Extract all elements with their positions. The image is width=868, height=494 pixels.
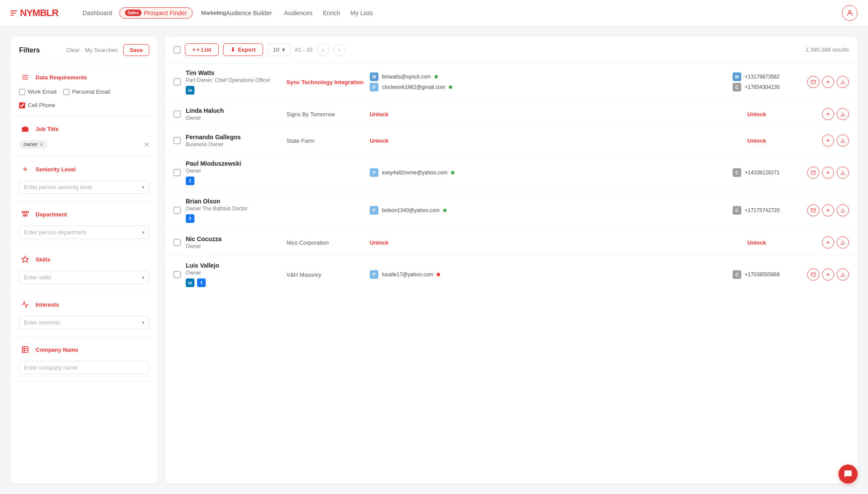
download-btn[interactable] xyxy=(837,236,849,249)
prospect-email-col: Unlock xyxy=(370,111,742,118)
prospect-email-col: P bolson1340@yahoo.com xyxy=(370,206,727,215)
download-btn[interactable] xyxy=(837,268,849,281)
pagination-prev-btn[interactable]: ‹ xyxy=(317,44,329,56)
row-checkbox[interactable] xyxy=(174,271,181,278)
personal-email-address: clockwork1962@gmail.com xyxy=(382,84,445,90)
table-row: Tim Watts Part Owner, Chief Operations O… xyxy=(165,63,858,101)
pagination-next-btn[interactable]: › xyxy=(333,44,345,56)
unlock-email-btn[interactable]: Unlock xyxy=(370,239,742,246)
list-button[interactable]: + + List xyxy=(185,43,219,56)
email-action-btn[interactable] xyxy=(807,167,819,179)
row-checkbox[interactable] xyxy=(174,207,181,214)
audience-builder-label: Audience Builder xyxy=(226,10,272,16)
company-name-header: Company Name xyxy=(19,344,149,356)
per-page-selector[interactable]: 10 ▾ xyxy=(267,43,290,56)
linkedin-icon[interactable]: in xyxy=(186,278,194,287)
job-title-clear[interactable]: ✕ xyxy=(144,141,149,149)
nav-enrich[interactable]: Enrich xyxy=(319,8,344,18)
nav-marketing-audience[interactable]: Marketing Audience Builder xyxy=(196,8,277,18)
add-list-btn[interactable] xyxy=(822,108,834,120)
svg-point-0 xyxy=(848,10,851,13)
unlock-phone-btn[interactable]: Unlock xyxy=(747,239,817,246)
personal-email-status-dot xyxy=(451,171,454,174)
download-btn[interactable] xyxy=(837,76,849,88)
company-name-input[interactable]: Enter company name xyxy=(19,361,149,374)
email-action-btn[interactable] xyxy=(807,76,819,88)
add-list-btn[interactable] xyxy=(822,76,834,88)
linkedin-icon[interactable]: in xyxy=(186,86,194,95)
table-row: Paul Mioduszewski Owner f P easy4all2nvm… xyxy=(165,154,858,192)
prospect-title: Part Owner, Chief Operations Officer xyxy=(186,77,281,83)
row-checkbox[interactable] xyxy=(174,137,181,144)
add-list-btn[interactable] xyxy=(822,268,834,281)
chat-bubble-button[interactable] xyxy=(838,465,858,484)
per-page-value: 10 xyxy=(273,46,279,53)
skills-placeholder: Enter skills xyxy=(24,274,142,281)
facebook-icon[interactable]: f xyxy=(186,214,194,223)
nav-my-lists[interactable]: My Lists xyxy=(347,8,376,18)
download-btn[interactable] xyxy=(837,204,849,216)
interests-arrow-icon: ▾ xyxy=(142,320,145,326)
email-action-btn[interactable] xyxy=(807,204,819,216)
interests-dropdown[interactable]: Enter interests ▾ xyxy=(19,316,149,329)
department-dropdown[interactable]: Enter person department ▾ xyxy=(19,226,149,239)
personal-email-checkbox[interactable]: Personal Email xyxy=(63,88,110,95)
seniority-dropdown[interactable]: Enter person seniority level ▾ xyxy=(19,180,149,194)
row-checkbox[interactable] xyxy=(174,79,181,85)
personal-email-label: Personal Email xyxy=(72,88,110,95)
cell-phone-number: +17654304130 xyxy=(745,84,779,90)
download-btn[interactable] xyxy=(837,134,849,147)
export-label: Export xyxy=(238,46,256,53)
sales-badge: Sales xyxy=(125,10,141,16)
prospect-info: Tim Watts Part Owner, Chief Operations O… xyxy=(186,69,281,95)
user-avatar[interactable] xyxy=(842,5,858,21)
list-label: + List xyxy=(197,46,211,53)
prospect-title: Owner xyxy=(186,115,281,121)
download-btn[interactable] xyxy=(837,108,849,120)
facebook-icon[interactable]: f xyxy=(186,177,194,185)
company-name-placeholder: Enter company name xyxy=(24,364,145,371)
row-checkbox[interactable] xyxy=(174,111,181,118)
row-checkbox[interactable] xyxy=(174,239,181,246)
prospect-title: Business Owner xyxy=(186,141,281,147)
unlock-email-btn[interactable]: Unlock xyxy=(370,137,742,144)
unlock-email-btn[interactable]: Unlock xyxy=(370,111,742,118)
personal-email-input[interactable] xyxy=(63,89,69,95)
select-all-checkbox[interactable] xyxy=(174,46,181,53)
work-email-input[interactable] xyxy=(19,89,25,95)
main-layout: Filters Clear My Searches Save Data Requ… xyxy=(0,26,868,494)
email-action-btn[interactable] xyxy=(807,268,819,281)
logo[interactable]: NYMBLR xyxy=(10,7,58,19)
nav-audiences[interactable]: Audiences xyxy=(281,8,316,18)
personal-email-status-dot xyxy=(449,85,452,89)
cell-phone-input[interactable] xyxy=(19,102,25,108)
save-button[interactable]: Save xyxy=(123,44,149,56)
add-list-btn[interactable] xyxy=(822,236,834,249)
data-requirements-checkboxes: Work Email Personal Email Cell Phone xyxy=(19,88,149,108)
personal-email-status-dot xyxy=(437,273,440,276)
work-email-checkbox[interactable]: Work Email xyxy=(19,88,56,95)
download-btn[interactable] xyxy=(837,167,849,179)
my-searches-button[interactable]: My Searches xyxy=(85,47,118,53)
skills-dropdown[interactable]: Enter skills ▾ xyxy=(19,271,149,284)
unlock-phone-btn[interactable]: Unlock xyxy=(747,137,817,144)
row-checkbox[interactable] xyxy=(174,169,181,176)
prospect-phone-col: C +14108128271 xyxy=(733,168,802,177)
tag-remove-btn[interactable]: ✕ xyxy=(39,142,43,147)
nav-dashboard[interactable]: Dashboard xyxy=(79,8,116,18)
logo-lines-icon xyxy=(10,10,17,16)
export-button[interactable]: ⬇ Export xyxy=(223,43,263,56)
add-list-btn[interactable] xyxy=(822,167,834,179)
cell-phone-checkbox[interactable]: Cell Phone xyxy=(19,102,56,108)
facebook-icon[interactable]: f xyxy=(197,278,206,287)
prospect-title: Owner xyxy=(186,168,281,174)
svg-rect-8 xyxy=(23,215,25,216)
work-email-badge: W xyxy=(370,72,378,81)
add-list-btn[interactable] xyxy=(822,204,834,216)
add-list-btn[interactable] xyxy=(822,134,834,147)
cell-phone-badge: C xyxy=(733,168,741,177)
clear-button[interactable]: Clear xyxy=(66,47,80,53)
unlock-phone-btn[interactable]: Unlock xyxy=(747,111,817,118)
company-link[interactable]: Sync Technology Integration xyxy=(286,79,363,85)
nav-sales-prospect[interactable]: Sales Prospect Finder xyxy=(119,7,193,19)
